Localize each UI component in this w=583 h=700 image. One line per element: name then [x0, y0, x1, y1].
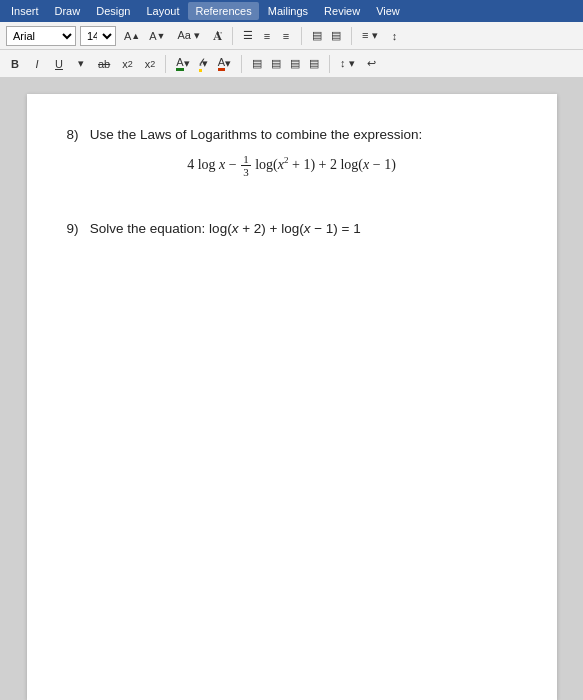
font-style-button[interactable]: Aa ▾ [174, 26, 205, 46]
problem-9-instruction: Solve the equation: log(x + 2) + log(x −… [90, 221, 361, 236]
font-selector[interactable]: Arial [6, 26, 76, 46]
align-center-icon[interactable]: ▤ [327, 26, 345, 46]
menu-bar: Insert Draw Design Layout References Mai… [0, 0, 583, 22]
font-color-button[interactable]: A ▾ [172, 54, 193, 74]
align-right-icon[interactable]: ▤ [308, 26, 326, 46]
toolbar-row1: Arial 14 A▲ A▼ Aa ▾ 𝐀̈ ☰ ≡ ≡ ▤ ▤ ≡ ▾ ↕ [0, 22, 583, 50]
numbering-button[interactable]: ≡ ▾ [358, 26, 381, 46]
sort-button[interactable]: ↕ [386, 26, 404, 46]
problem-9-number: 9) [67, 221, 79, 236]
menu-view[interactable]: View [369, 2, 407, 20]
grow-font-button[interactable]: A▲ [120, 26, 144, 46]
underline-arrow[interactable]: ▾ [72, 54, 90, 74]
superscript-button[interactable]: x2 [141, 54, 160, 74]
menu-review[interactable]: Review [317, 2, 367, 20]
separator3 [351, 27, 352, 45]
paragraph-style-button[interactable]: 𝐀̈ [208, 26, 226, 46]
separator5 [241, 55, 242, 73]
separator1 [232, 27, 233, 45]
list-style-icon[interactable]: ≡ [277, 26, 295, 46]
problem-9: 9) Solve the equation: log(x + 2) + log(… [67, 218, 517, 241]
problem-8-text: 8) Use the Laws of Logarithms to combine… [67, 124, 517, 147]
problem-9-text: 9) Solve the equation: log(x + 2) + log(… [67, 218, 517, 241]
strikethrough-button[interactable]: ab [94, 54, 114, 74]
document-area: 8) Use the Laws of Logarithms to combine… [0, 78, 583, 700]
align-justify-button[interactable]: ▤ [305, 54, 323, 74]
menu-insert[interactable]: Insert [4, 2, 46, 20]
subscript-button[interactable]: x2 [118, 54, 137, 74]
separator4 [165, 55, 166, 73]
text-effect-button[interactable]: A ▾ [214, 54, 235, 74]
separator2 [301, 27, 302, 45]
toolbar-row2: B I U ▾ ab x2 x2 A ▾ 𝓁 ▾ A ▾ ▤ ▤ ▤ ▤ ↕ ▾… [0, 50, 583, 78]
problem-8-math: 4 log x − 1 3 log(x2 + 1) + 2 log(x − 1) [67, 153, 517, 178]
problem-8-instruction: Use the Laws of Logarithms to combine th… [90, 127, 422, 142]
list-icon[interactable]: ☰ [239, 26, 257, 46]
separator6 [329, 55, 330, 73]
problem-8: 8) Use the Laws of Logarithms to combine… [67, 124, 517, 178]
document-page[interactable]: 8) Use the Laws of Logarithms to combine… [27, 94, 557, 700]
list-indent-icon[interactable]: ≡ [258, 26, 276, 46]
menu-design[interactable]: Design [89, 2, 137, 20]
bold-button[interactable]: B [6, 54, 24, 74]
fraction-1-3: 1 3 [241, 153, 251, 178]
align-right-button2[interactable]: ▤ [286, 54, 304, 74]
line-spacing-button[interactable]: ↕ ▾ [336, 54, 359, 74]
italic-button[interactable]: I [28, 54, 46, 74]
align-left-button[interactable]: ▤ [248, 54, 266, 74]
menu-layout[interactable]: Layout [139, 2, 186, 20]
font-size-selector[interactable]: 14 [80, 26, 116, 46]
underline-button[interactable]: U [50, 54, 68, 74]
problem-8-number: 8) [67, 127, 79, 142]
paragraph-spacing-button[interactable]: ↩ [363, 54, 381, 74]
menu-draw[interactable]: Draw [48, 2, 88, 20]
shrink-font-button[interactable]: A▼ [145, 26, 169, 46]
menu-mailings[interactable]: Mailings [261, 2, 315, 20]
menu-references[interactable]: References [188, 2, 258, 20]
highlight-button[interactable]: 𝓁 ▾ [195, 54, 213, 74]
align-center-button[interactable]: ▤ [267, 54, 285, 74]
